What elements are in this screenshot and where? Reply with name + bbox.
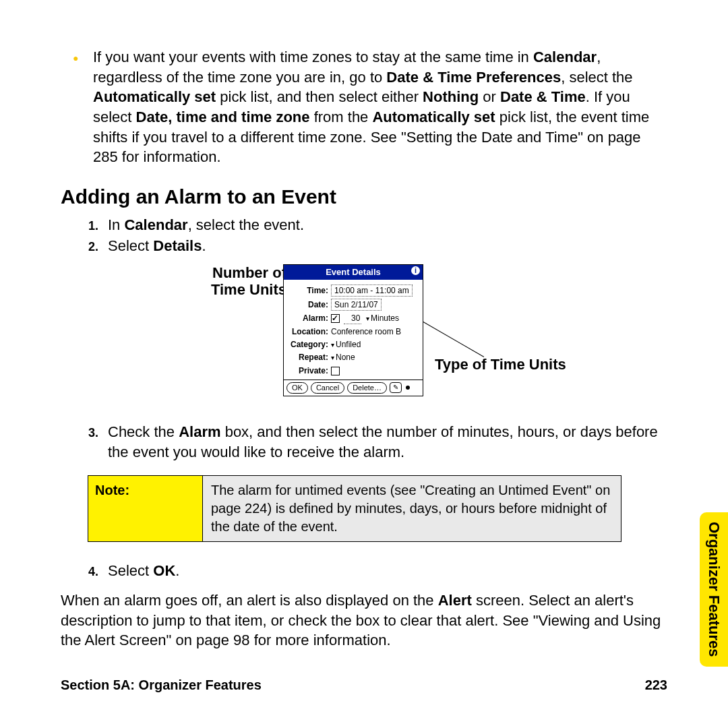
t: , select the event. (188, 216, 304, 233)
t: . (175, 562, 179, 579)
t: 10:00 am - 11:00 am (331, 284, 413, 297)
t: When an alarm goes off, an alert is also… (61, 592, 438, 609)
alarm-checkbox[interactable] (331, 314, 340, 323)
date-field[interactable]: Sun 2/11/07 (331, 299, 419, 311)
footer-section: Section 5A: Organizer Features (61, 676, 262, 694)
t: Alarm (179, 423, 220, 440)
info-icon[interactable]: i (411, 266, 420, 275)
t: Number of (212, 264, 286, 281)
t: Calendar (124, 216, 187, 233)
t: , select the (561, 69, 632, 86)
repeat-dropdown[interactable]: None (331, 352, 419, 363)
step-number: 1. (61, 215, 108, 235)
note-label: Note: (88, 476, 203, 541)
page-number: 223 (645, 676, 667, 694)
step-4: 4. Select OK. (61, 561, 667, 581)
t: from the (310, 109, 373, 125)
t: Date & Time Preferences (386, 69, 561, 86)
row-repeat: Repeat: None (288, 352, 419, 363)
dialog-title: Event Details (326, 267, 381, 277)
intro-bullet: ● If you want your events with time zone… (61, 47, 667, 167)
section-heading: Adding an Alarm to an Event (61, 183, 667, 211)
t: Alert (438, 592, 472, 609)
t: Nothing (423, 88, 479, 105)
intro-text: If you want your events with time zones … (93, 47, 667, 167)
t: Details (153, 237, 202, 254)
step-2: 2. Select Details. (61, 236, 667, 256)
location-field[interactable]: Conference room B (331, 326, 419, 337)
t: Select (108, 562, 153, 579)
dialog-buttons: OK Cancel Delete… ✎ (284, 380, 423, 396)
dialog-body: Time: 10:00 am - 11:00 am Date: Sun 2/11… (284, 280, 423, 380)
note-icon[interactable]: ✎ (390, 382, 402, 393)
connector-line (414, 316, 484, 357)
step-number: 4. (61, 561, 108, 581)
alarm-unit-dropdown[interactable]: Minutes (366, 313, 399, 324)
row-date: Date: Sun 2/11/07 (288, 299, 419, 311)
dialog-title-bar: Event Details i (284, 265, 423, 280)
event-details-dialog: Event Details i Time: 10:00 am - 11:00 a… (283, 264, 423, 396)
label: Private: (288, 365, 331, 376)
t: In (108, 216, 124, 233)
row-time: Time: 10:00 am - 11:00 am (288, 284, 419, 297)
t: Time Units (211, 281, 286, 298)
ok-button[interactable]: OK (286, 382, 308, 394)
t: or (479, 88, 500, 105)
callout-type-of-time-units: Type of Time Units (435, 355, 566, 375)
private-checkbox[interactable] (331, 367, 340, 375)
t: Date, time and time zone (136, 109, 310, 125)
note-text: The alarm for untimed events (see "Creat… (203, 476, 621, 541)
row-category: Category: Unfiled (288, 339, 419, 350)
alarm-number-field[interactable]: 30 (344, 313, 361, 324)
t: Automatically set (93, 88, 216, 105)
row-alarm: Alarm: 30 Minutes (288, 313, 419, 324)
step-number: 2. (61, 236, 108, 256)
time-field[interactable]: 10:00 am - 11:00 am (331, 284, 419, 297)
label: Date: (288, 299, 331, 310)
t: Automatically set (372, 109, 495, 125)
step-text: Select Details. (108, 236, 667, 256)
step-text: In Calendar, select the event. (108, 215, 667, 235)
footer: Section 5A: Organizer Features 223 (61, 676, 667, 694)
dot-icon (406, 386, 410, 390)
label: Alarm: (288, 313, 331, 324)
row-private: Private: (288, 365, 419, 376)
t: . (202, 237, 206, 254)
step-3: 3. Check the Alarm box, and then select … (61, 422, 667, 462)
label: Location: (288, 326, 331, 337)
step-number: 3. (61, 422, 108, 462)
category-dropdown[interactable]: Unfiled (331, 339, 419, 350)
t: Sun 2/11/07 (331, 299, 382, 311)
step-text: Check the Alarm box, and then select the… (108, 422, 667, 462)
t: If you want your events with time zones … (93, 49, 533, 65)
row-location: Location: Conference room B (288, 326, 419, 337)
cancel-button[interactable]: Cancel (311, 382, 344, 394)
step-1: 1. In Calendar, select the event. (61, 215, 667, 235)
note-box: Note: The alarm for untimed events (see … (88, 475, 621, 542)
t: OK (153, 562, 175, 579)
t: Check the (108, 423, 179, 440)
after-paragraph: When an alarm goes off, an alert is also… (61, 590, 667, 650)
delete-button[interactable]: Delete… (347, 382, 387, 394)
figure: Number of Time Units Type of Time Units … (61, 264, 667, 419)
private-value (331, 365, 419, 376)
alarm-controls: 30 Minutes (331, 313, 419, 324)
t: Select (108, 237, 153, 254)
label: Time: (288, 285, 331, 296)
callout-number-of-time-units: Number of Time Units (152, 264, 286, 299)
side-tab: Organizer Features (700, 512, 728, 667)
t: Calendar (533, 49, 597, 65)
t: pick list, and then select either (216, 88, 423, 105)
t: Date & Time (500, 88, 586, 105)
bullet-icon: ● (61, 47, 93, 167)
label: Repeat: (288, 352, 331, 363)
step-text: Select OK. (108, 561, 667, 581)
label: Category: (288, 339, 331, 350)
